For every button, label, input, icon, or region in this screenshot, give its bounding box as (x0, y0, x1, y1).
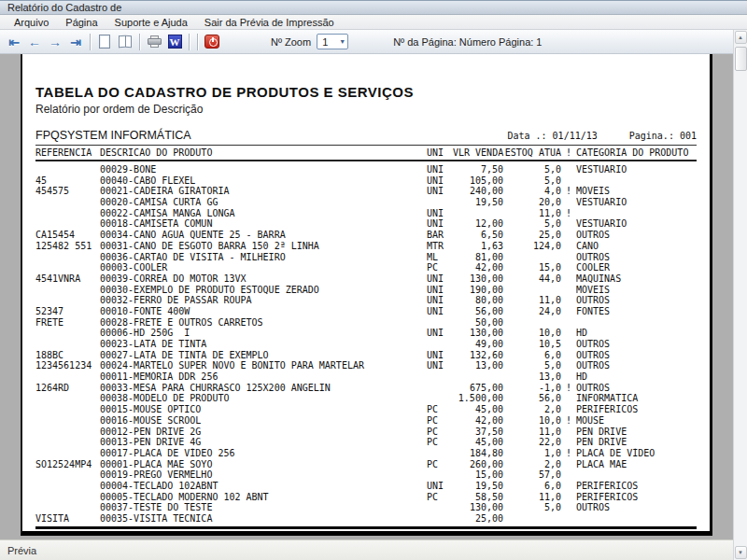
toolbar-separator (90, 34, 91, 50)
cell-estoq-atua: 11,0 (503, 295, 561, 306)
cell-uni: UNI (427, 186, 453, 197)
cell-flag (561, 197, 576, 208)
cell-descricao: 00028-FRETE E OUTROS CARRETOS (100, 317, 427, 329)
scroll-up-icon[interactable]: ▲ (735, 31, 747, 44)
cell-uni (427, 393, 453, 404)
company-name: FPQSYSTEM INFORMÁTICA (35, 129, 191, 142)
cell-flag: ! (561, 448, 576, 459)
cell-referencia (35, 492, 100, 503)
cell-categoria: COOLER (576, 262, 697, 273)
table-row: 00030-EXEMPLO DE PRODUTO ESTOQUE ZERADO … (35, 285, 697, 296)
cell-referencia: 188BC (35, 350, 100, 361)
table-row: 00032-FERRO DE PASSAR ROUPA UNI 80,00 11… (35, 295, 697, 306)
cell-uni: UNI (427, 218, 453, 230)
cell-categoria: MÓVEIS (576, 285, 697, 296)
scrollbar-thumb[interactable] (735, 47, 747, 71)
cell-descricao: 00010-FONTE 400W (100, 306, 427, 317)
cell-categoria: CANO (576, 241, 697, 252)
cell-categoria: VESTUARIO (576, 218, 697, 230)
cell-flag (561, 469, 576, 481)
cell-vlr-venda: 130,00 (453, 328, 503, 339)
exit-preview-button[interactable] (202, 33, 222, 51)
cell-estoq-atua: 6,0 (503, 481, 561, 492)
printer-icon (148, 35, 162, 48)
cell-vlr-venda: 37,50 (453, 427, 503, 438)
zoom-dropdown[interactable]: 1 ▼ (317, 34, 348, 49)
cell-flag (561, 360, 576, 371)
cell-descricao: 00017-PLACA DE VÍDEO 256 (100, 448, 427, 459)
two-page-view-button[interactable] (115, 33, 135, 51)
table-row: 00038-MODELO DE PRODUTO 1.500,00 56,0 IN… (35, 393, 697, 404)
next-page-icon: → (49, 35, 62, 49)
cell-categoria: HD (576, 328, 697, 339)
cell-estoq-atua: 44,0 (503, 273, 561, 285)
status-text: Prévia (7, 545, 36, 556)
cell-estoq-atua: -1,0 (503, 383, 561, 394)
report-rows: 00029-BONE UNI 7,50 5,0 VESTUARIO 45 000… (35, 164, 697, 525)
report-subtitle: Relatório por ordem de Descrição (35, 103, 710, 116)
menu-arquivo[interactable]: Arquivo (6, 16, 57, 29)
cell-uni: PC (427, 459, 453, 470)
cell-descricao: 00003-COOLER (100, 262, 427, 273)
cell-estoq-atua: 11,0 (503, 427, 561, 438)
cell-uni: PC (427, 404, 453, 415)
cell-uni (427, 371, 453, 383)
cell-uni: UNI (427, 360, 453, 371)
cell-referencia (35, 339, 100, 350)
cell-descricao: 00021-CADEIRA GIRATORIA (100, 186, 427, 197)
first-page-button[interactable]: ⇤ (4, 33, 24, 51)
cell-flag (561, 262, 576, 273)
last-page-button[interactable]: ⇥ (65, 33, 86, 51)
print-button[interactable] (144, 33, 164, 51)
table-row: FRETE 00028-FRETE E OUTROS CARRETOS 50,0… (35, 317, 697, 329)
cell-flag (561, 328, 576, 339)
cell-categoria: OUTROS (576, 339, 697, 350)
menu-sair-da-previa[interactable]: Sair da Prévia de Impressão (196, 16, 343, 29)
cell-vlr-venda: 260,00 (453, 459, 503, 470)
cell-referencia: 4541VNRA (35, 273, 100, 285)
report-page-number: Pagina.: 001 (629, 131, 697, 141)
cell-flag (561, 252, 576, 263)
prev-page-button[interactable]: ← (24, 33, 45, 51)
zoom-label: Nº Zoom (271, 36, 311, 48)
cell-categoria (576, 513, 697, 525)
cell-flag (561, 459, 576, 470)
cell-categoria: PEN DRIVE (576, 427, 697, 438)
cell-uni (427, 339, 453, 350)
table-row: 00019-PREGO VERMELHO 15,00 57,0 (35, 469, 697, 481)
cell-referencia: 52347 (35, 306, 100, 317)
cell-uni: PC (427, 427, 453, 438)
cell-descricao: 00020-CAMISA CURTA GG (100, 197, 427, 208)
cell-uni (427, 513, 453, 525)
column-header-estoq-atua: ESTOQ ATUA (503, 147, 561, 158)
scroll-down-icon[interactable]: ▼ (735, 546, 747, 559)
table-row: 1264RD 00033-MESA PARA CHURRASCO 125X200… (35, 383, 697, 394)
column-header-flag: ! (561, 147, 576, 158)
exit-preview-icon (204, 35, 219, 49)
cell-descricao: 00032-FERRO DE PASSAR ROUPA (100, 295, 427, 306)
cell-estoq-atua: 13,0 (503, 371, 561, 383)
cell-vlr-venda: 190,00 (453, 285, 503, 296)
table-row: 00012-PEN DRIVE 2G PC 37,50 11,0 PEN DRI… (35, 427, 697, 438)
menu-suporte-e-ajuda[interactable]: Suporte e Ajuda (106, 16, 196, 29)
cell-referencia: VISITA (35, 513, 100, 525)
next-page-button[interactable]: → (45, 33, 65, 51)
menu-pagina[interactable]: Página (57, 16, 106, 29)
vertical-scrollbar[interactable]: ▲ ▼ (733, 30, 747, 560)
table-row: CA15454 00034-CANO AGUA QUENTE 25 - BARR… (35, 230, 697, 241)
cell-descricao: 00013-PEN DRIVE 4G (100, 437, 427, 448)
export-word-button[interactable]: W (164, 33, 185, 51)
cell-categoria: OUTROS (576, 350, 697, 361)
cell-uni: UNI (427, 306, 453, 317)
cell-referencia (35, 393, 100, 404)
cell-estoq-atua: 4,0 (503, 186, 561, 197)
single-page-view-button[interactable] (94, 33, 115, 51)
report-company-row: FPQSYSTEM INFORMÁTICA Data .: 01/11/13 P… (35, 129, 697, 146)
cell-flag (561, 492, 576, 503)
cell-uni: UNI (427, 164, 453, 175)
cell-uni: UNI (427, 350, 453, 361)
cell-uni: UNI (427, 328, 453, 339)
cell-estoq-atua (503, 252, 561, 263)
cell-referencia (35, 252, 100, 263)
cell-flag (561, 393, 576, 404)
